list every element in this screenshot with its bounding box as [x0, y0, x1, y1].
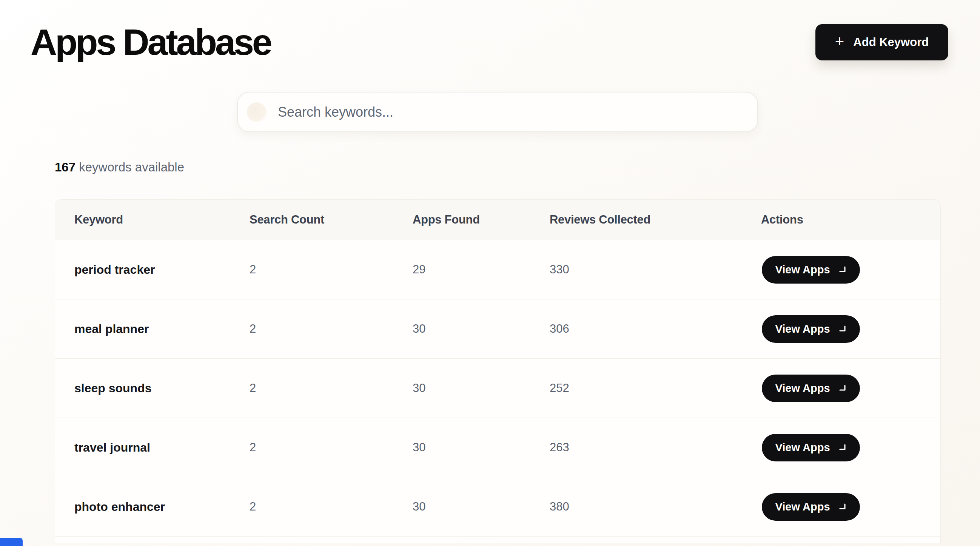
- view-apps-label: View Apps: [775, 501, 830, 513]
- reviews-collected-cell: 306: [550, 322, 761, 336]
- actions-cell: View Apps: [761, 493, 940, 521]
- search-count-cell: 2: [250, 441, 413, 454]
- keyword-cell: period tracker: [74, 263, 250, 277]
- view-apps-button[interactable]: View Apps: [762, 256, 860, 283]
- table-row: travel journal 2 30 263 View Apps: [55, 418, 940, 477]
- keywords-table: Keyword Search Count Apps Found Reviews …: [55, 199, 941, 543]
- page-title: Apps Database: [30, 21, 270, 64]
- add-keyword-label: Add Keyword: [853, 35, 929, 49]
- reviews-collected-cell: 252: [550, 381, 761, 395]
- search-input[interactable]: [267, 92, 757, 131]
- return-arrow-icon: [838, 265, 847, 274]
- table-body: period tracker 2 29 330 View Apps meal p…: [55, 240, 940, 536]
- keywords-count: 167: [55, 160, 75, 174]
- column-header-apps-found: Apps Found: [413, 213, 550, 226]
- column-header-keyword: Keyword: [74, 213, 250, 226]
- view-apps-button[interactable]: View Apps: [762, 374, 860, 402]
- table-row: sleep sounds 2 30 252 View Apps: [55, 358, 940, 418]
- return-arrow-icon: [838, 324, 847, 333]
- search-icon: [247, 102, 267, 122]
- reviews-collected-cell: 263: [550, 441, 761, 454]
- table-row-partial: [55, 536, 940, 543]
- keywords-summary: 167 keywords available: [55, 160, 980, 174]
- search-count-cell: 2: [250, 322, 413, 336]
- search-count-cell: 2: [250, 500, 413, 514]
- table-row: meal planner 2 30 306 View Apps: [55, 299, 940, 358]
- return-arrow-icon: [838, 384, 847, 393]
- apps-found-cell: 30: [413, 441, 550, 454]
- actions-cell: View Apps: [761, 256, 940, 283]
- table-row: photo enhancer 2 30 380 View Apps: [55, 477, 940, 536]
- apps-found-cell: 30: [413, 322, 550, 336]
- reviews-collected-cell: 380: [550, 500, 761, 514]
- top-bar: Apps Database + Add Keyword: [0, 0, 980, 64]
- table-header-row: Keyword Search Count Apps Found Reviews …: [55, 200, 940, 240]
- view-apps-label: View Apps: [775, 382, 830, 395]
- bottom-left-corner-badge: [0, 538, 23, 546]
- column-header-search-count: Search Count: [250, 213, 413, 226]
- view-apps-label: View Apps: [775, 323, 830, 335]
- view-apps-button[interactable]: View Apps: [762, 434, 860, 462]
- view-apps-label: View Apps: [775, 264, 830, 276]
- search-count-cell: 2: [250, 381, 413, 395]
- keyword-cell: travel journal: [74, 441, 250, 455]
- view-apps-label: View Apps: [775, 441, 830, 454]
- view-apps-button[interactable]: View Apps: [762, 315, 860, 343]
- return-arrow-icon: [838, 502, 847, 511]
- column-header-actions: Actions: [761, 213, 940, 226]
- reviews-collected-cell: 330: [550, 263, 761, 276]
- keyword-cell: photo enhancer: [74, 500, 250, 514]
- search-count-cell: 2: [250, 263, 413, 276]
- search-bar[interactable]: [237, 92, 758, 132]
- actions-cell: View Apps: [761, 434, 940, 462]
- plus-icon: +: [835, 33, 845, 49]
- add-keyword-button[interactable]: + Add Keyword: [815, 24, 948, 60]
- actions-cell: View Apps: [761, 315, 940, 343]
- return-arrow-icon: [838, 443, 847, 452]
- apps-found-cell: 30: [413, 500, 550, 514]
- column-header-reviews-collected: Reviews Collected: [550, 213, 761, 226]
- actions-cell: View Apps: [761, 374, 940, 402]
- view-apps-button[interactable]: View Apps: [762, 493, 860, 521]
- apps-found-cell: 30: [413, 381, 550, 395]
- apps-found-cell: 29: [413, 263, 550, 276]
- keywords-count-label: keywords available: [79, 160, 184, 174]
- keyword-cell: meal planner: [74, 322, 250, 336]
- keyword-cell: sleep sounds: [74, 381, 250, 395]
- table-row: period tracker 2 29 330 View Apps: [55, 240, 940, 299]
